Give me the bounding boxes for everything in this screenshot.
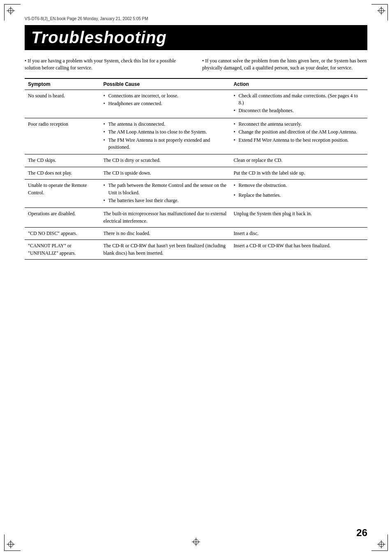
crosshair-tr: [377, 7, 385, 15]
action-item: Disconnect the headphones.: [233, 107, 364, 114]
troubleshooting-table: Symptom Possible Cause Action No sound i…: [25, 78, 367, 260]
action-item: Extend FM Wire Antenna to the best recep…: [233, 137, 364, 144]
action-cell: Check all connections and make correctio…: [230, 90, 367, 118]
action-cell: Clean or replace the CD.: [230, 154, 367, 167]
symptom-cell: Operations are disabled.: [25, 208, 100, 228]
action-item: Replace the batteries.: [233, 192, 364, 199]
table-row: Unable to operate the Remote Control. Th…: [25, 180, 367, 208]
symptom-cell: "CD NO DISC" appears.: [25, 228, 100, 240]
action-cell: Reconnect the antenna securely. Change t…: [230, 118, 367, 154]
crosshair-br: [377, 540, 385, 548]
header-action: Action: [230, 78, 367, 90]
intro-section: If you are having a problem with your Sy…: [25, 58, 367, 71]
page-title: Troubleshooting: [31, 28, 361, 47]
cause-item: Connections are incorrect, or loose.: [103, 92, 227, 99]
crosshair-tl: [7, 7, 15, 15]
table-row: Poor radio reception The antenna is disc…: [25, 118, 367, 154]
cause-item: The batteries have lost their charge.: [103, 197, 227, 204]
cause-cell: The path between the Remote Control and …: [100, 180, 230, 208]
cause-cell: The CD is dirty or scratched.: [100, 154, 230, 167]
cause-cell: Connections are incorrect, or loose. Hea…: [100, 90, 230, 118]
file-info: VS-DT6-8(J)_EN.book Page 26 Monday, Janu…: [25, 16, 367, 21]
cause-item: The path between the Remote Control and …: [103, 182, 227, 196]
cause-item: The AM Loop Antenna is too close to the …: [103, 129, 227, 136]
intro-left-text: If you are having a problem with your Sy…: [25, 58, 190, 71]
cause-item: The FM Wire Antenna is not properly exte…: [103, 137, 227, 151]
table-header-row: Symptom Possible Cause Action: [25, 78, 367, 90]
cause-cell: The CD-R or CD-RW that hasn't yet been f…: [100, 240, 230, 260]
action-cell: Insert a disc.: [230, 228, 367, 240]
symptom-cell: The CD skips.: [25, 154, 100, 167]
action-cell: Unplug the System then plug it back in.: [230, 208, 367, 228]
action-item: Reconnect the antenna securely.: [233, 121, 364, 128]
intro-left: If you are having a problem with your Sy…: [25, 58, 190, 71]
symptom-cell: Poor radio reception: [25, 118, 100, 154]
cause-cell: The CD is upside down.: [100, 167, 230, 179]
table-row: "CD NO DISC" appears. There is no disc l…: [25, 228, 367, 240]
bottom-crosshair: [192, 538, 200, 548]
table-row: "CANNOT PLAY" or "UNFINALIZ" appears. Th…: [25, 240, 367, 260]
header-symptom: Symptom: [25, 78, 100, 90]
table-row: No sound is heard. Connections are incor…: [25, 90, 367, 118]
action-item: Check all connections and make correctio…: [233, 92, 364, 107]
table-row: The CD skips. The CD is dirty or scratch…: [25, 154, 367, 167]
action-item: Remove the obstruction.: [233, 182, 364, 189]
page: VS-DT6-8(J)_EN.book Page 26 Monday, Janu…: [0, 0, 392, 555]
cause-item: Headphones are connected.: [103, 100, 227, 107]
header-cause: Possible Cause: [100, 78, 230, 90]
cause-cell: There is no disc loaded.: [100, 228, 230, 240]
symptom-cell: No sound is heard.: [25, 90, 100, 118]
cause-cell: The built-in microprocessor has malfunct…: [100, 208, 230, 228]
cause-item: The antenna is disconnected.: [103, 121, 227, 128]
table-row: Operations are disabled. The built-in mi…: [25, 208, 367, 228]
intro-right: If you cannot solve the problem from the…: [202, 58, 367, 71]
table-row: The CD does not play. The CD is upside d…: [25, 167, 367, 179]
cause-cell: The antenna is disconnected. The AM Loop…: [100, 118, 230, 154]
page-number: 26: [356, 527, 367, 539]
title-banner: Troubleshooting: [25, 25, 367, 50]
crosshair-bl: [7, 540, 15, 548]
action-cell: Remove the obstruction. Replace the batt…: [230, 180, 367, 208]
intro-right-text: If you cannot solve the problem from the…: [202, 58, 367, 71]
action-cell: Insert a CD-R or CD-RW that has been fin…: [230, 240, 367, 260]
symptom-cell: The CD does not play.: [25, 167, 100, 179]
symptom-cell: "CANNOT PLAY" or "UNFINALIZ" appears.: [25, 240, 100, 260]
symptom-cell: Unable to operate the Remote Control.: [25, 180, 100, 208]
action-item: Change the position and direction of the…: [233, 129, 364, 136]
action-cell: Put the CD in with the label side up.: [230, 167, 367, 179]
